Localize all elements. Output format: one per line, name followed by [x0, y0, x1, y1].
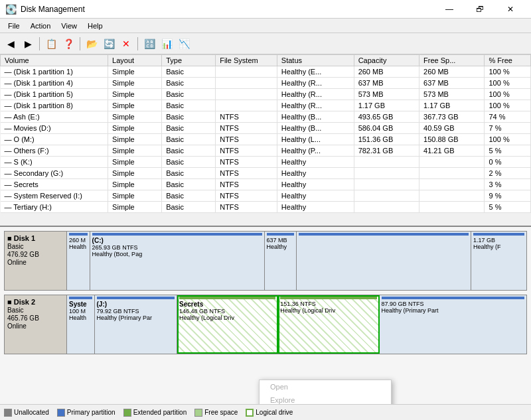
table-row[interactable]: — (Disk 1 partition 1) Simple Basic Heal…: [1, 66, 531, 78]
disk2-system-name: Syste: [69, 301, 92, 308]
disk2-secrets-size: 146.48 GB NTFS: [179, 308, 275, 315]
cell-volume: — (Disk 1 partition 1): [1, 66, 108, 78]
cell-fs: NTFS: [216, 111, 277, 123]
main-content: Volume Layout Type File System Status Ca…: [0, 54, 531, 420]
legend-primary-box: [57, 409, 65, 417]
table-row[interactable]: — S (K:) Simple Basic NTFS Healthy 0 %: [1, 157, 531, 168]
cell-free: 573 MB: [419, 89, 485, 100]
menu-view[interactable]: View: [56, 21, 82, 31]
cell-fs: NTFS: [216, 190, 277, 202]
cell-status: Healthy (R...: [277, 89, 354, 100]
cell-type: Basic: [162, 179, 216, 190]
cell-pct: 74 %: [485, 111, 531, 123]
disk2-system-status: Health: [69, 315, 92, 321]
col-header-capacity[interactable]: Capacity: [354, 55, 419, 66]
delete-toolbar-button[interactable]: ✕: [118, 36, 134, 52]
table-row[interactable]: — Others (F:) Simple Basic NTFS Healthy …: [1, 145, 531, 157]
cell-status: Healthy: [277, 190, 354, 202]
window-title: Disk Management: [21, 5, 85, 14]
cell-volume: — (Disk 1 partition 5): [1, 89, 108, 100]
disk1-part-1gb[interactable]: 1.17 GB Healthy (F: [471, 232, 526, 290]
cell-pct: 9 %: [485, 190, 531, 202]
refresh-button[interactable]: 🔄: [101, 36, 117, 52]
legend: Unallocated Primary partition Extended p…: [0, 404, 531, 420]
ctx-explore: Explore: [260, 393, 391, 404]
minimize-button[interactable]: —: [434, 0, 465, 19]
forward-button[interactable]: ▶: [20, 36, 36, 52]
cell-fs: [216, 100, 277, 111]
format-toolbar-button[interactable]: 🔠: [141, 36, 157, 52]
cell-type: Basic: [162, 78, 216, 89]
cell-status: Healthy (R...: [277, 100, 354, 111]
disk1-part1-size: 260 M: [69, 237, 88, 244]
table-row[interactable]: — Secrets Simple Basic NTFS Healthy 3 %: [1, 179, 531, 190]
disk2-part-system[interactable]: Syste 100 M Health: [67, 295, 95, 354]
cell-layout: Simple: [108, 168, 162, 179]
disk2-part-end[interactable]: 87.90 GB NTFS Healthy (Primary Part: [380, 295, 526, 354]
disk1-part-efi[interactable]: 260 M Health: [67, 232, 90, 290]
volume-table: Volume Layout Type File System Status Ca…: [0, 54, 531, 213]
cell-type: Basic: [162, 111, 216, 123]
legend-free-box: [194, 409, 202, 417]
cell-volume: — S (K:): [1, 157, 108, 168]
disk1-part-movies[interactable]: [297, 232, 471, 290]
cell-fs: NTFS: [216, 134, 277, 145]
cell-layout: Simple: [108, 123, 162, 134]
col-header-fs[interactable]: File System: [216, 55, 277, 66]
restore-button[interactable]: 🗗: [465, 0, 495, 19]
properties-toolbar-button[interactable]: 📋: [43, 36, 59, 52]
disk2-part-j[interactable]: (J:) 79.92 GB NTFS Healthy (Primary Par: [95, 295, 178, 354]
disk1-part-c[interactable]: (C:) 265.93 GB NTFS Healthy (Boot, Pag: [90, 232, 265, 290]
cell-volume: — Secondary (G:): [1, 168, 108, 179]
menu-action[interactable]: Action: [25, 21, 56, 31]
col-header-layout[interactable]: Layout: [108, 55, 162, 66]
col-header-volume[interactable]: Volume: [1, 55, 108, 66]
extend-toolbar-button[interactable]: 📊: [159, 36, 175, 52]
menu-file[interactable]: File: [3, 21, 25, 31]
table-row[interactable]: — (Disk 1 partition 4) Simple Basic Heal…: [1, 78, 531, 89]
cell-capacity: [354, 157, 419, 168]
legend-free: Free space: [194, 409, 238, 417]
table-row[interactable]: — (Disk 1 partition 8) Simple Basic Heal…: [1, 100, 531, 111]
help-toolbar-button[interactable]: ❓: [60, 36, 76, 52]
back-button[interactable]: ◀: [3, 36, 19, 52]
col-header-pct[interactable]: % Free: [485, 55, 531, 66]
disk2-j-name: (J:): [97, 301, 175, 308]
legend-logical-box: [246, 409, 254, 417]
cell-free: 260 MB: [419, 66, 485, 78]
folder-button[interactable]: 📂: [84, 36, 100, 52]
disk1-part-637[interactable]: 637 MB Healthy: [265, 232, 297, 290]
cell-type: Basic: [162, 190, 216, 202]
table-row[interactable]: — O (M:) Simple Basic NTFS Healthy (L...…: [1, 134, 531, 145]
shrink-toolbar-button[interactable]: 📉: [176, 36, 192, 52]
cell-status: Healthy (E...: [277, 66, 354, 78]
cell-type: Basic: [162, 145, 216, 157]
table-row[interactable]: — (Disk 1 partition 5) Simple Basic Heal…: [1, 89, 531, 100]
disk2-part-logical2[interactable]: 151.36 NTFS Healthy (Logical Driv: [278, 295, 379, 354]
cell-capacity: 1.17 GB: [354, 100, 419, 111]
cell-pct: 100 %: [485, 78, 531, 89]
col-header-free[interactable]: Free Sp...: [419, 55, 485, 66]
cell-free: 40.59 GB: [419, 123, 485, 134]
disk2-label: ■ Disk 2 Basic 465.76 GB Online: [4, 295, 67, 354]
cell-layout: Simple: [108, 190, 162, 202]
close-button[interactable]: ✕: [495, 0, 526, 19]
menu-help[interactable]: Help: [82, 21, 108, 31]
disk1-type: Basic: [7, 243, 64, 250]
table-row[interactable]: — Secondary (G:) Simple Basic NTFS Healt…: [1, 168, 531, 179]
col-header-type[interactable]: Type: [162, 55, 216, 66]
table-row[interactable]: — Ash (E:) Simple Basic NTFS Healthy (B.…: [1, 111, 531, 123]
cell-type: Basic: [162, 134, 216, 145]
table-row[interactable]: — Tertiary (H:) Simple Basic NTFS Health…: [1, 202, 531, 213]
table-row[interactable]: — System Reserved (I:) Simple Basic NTFS…: [1, 190, 531, 202]
disk2-status: Online: [7, 322, 64, 330]
cell-status: Healthy (B...: [277, 123, 354, 134]
disk1-part1-status: Health: [69, 244, 88, 250]
cell-status: Healthy: [277, 168, 354, 179]
table-row[interactable]: — Movies (D:) Simple Basic NTFS Healthy …: [1, 123, 531, 134]
disk2-part-secrets[interactable]: Secrets 146.48 GB NTFS Healthy (Logical …: [177, 295, 278, 354]
cell-pct: 100 %: [485, 66, 531, 78]
col-header-status[interactable]: Status: [277, 55, 354, 66]
legend-unallocated: Unallocated: [4, 409, 49, 417]
disk1-1gb-size: 1.17 GB: [473, 237, 524, 244]
